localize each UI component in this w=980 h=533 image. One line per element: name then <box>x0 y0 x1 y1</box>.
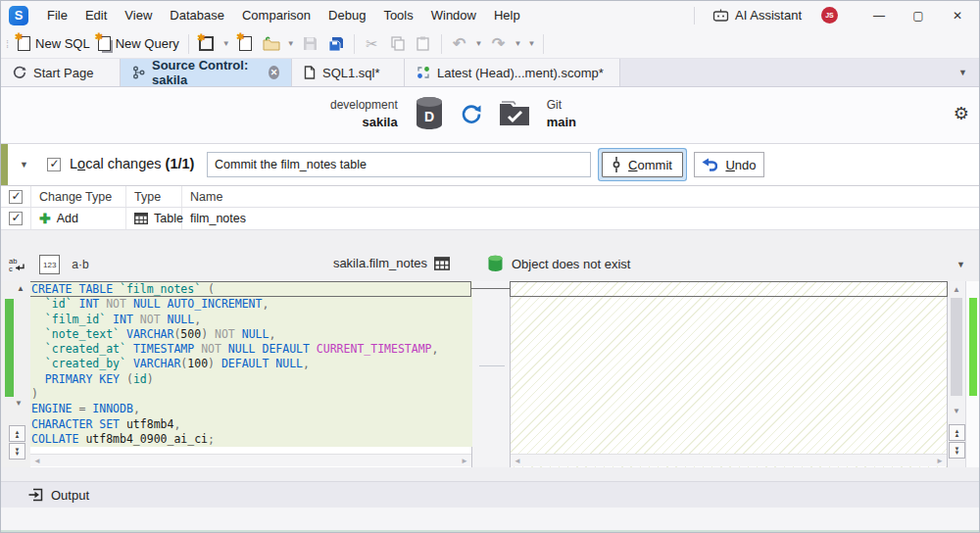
paste-icon <box>416 36 429 51</box>
menu-database[interactable]: Database <box>161 1 233 29</box>
toolbar-grip[interactable]: ⁞ <box>6 38 8 50</box>
menu-file[interactable]: File <box>38 1 76 29</box>
changes-count: (1/1) <box>166 156 195 171</box>
new-window-dropdown[interactable]: ▼ <box>220 39 233 48</box>
output-panel-tab[interactable]: Output <box>1 481 979 508</box>
environment-label: development <box>330 97 398 114</box>
open-file-dropdown[interactable]: ▼ <box>284 39 298 48</box>
save-all-icon <box>328 36 344 52</box>
new-document-button[interactable]: ✱ <box>234 32 258 56</box>
tab-start-page[interactable]: Start Page <box>1 59 121 86</box>
undo-changes-button[interactable]: Undo <box>694 152 764 177</box>
column-type[interactable]: Type <box>126 186 182 207</box>
commit-message-input[interactable] <box>207 152 591 177</box>
undo-button-toolbar[interactable]: ↶ <box>448 32 471 56</box>
output-label: Output <box>51 488 89 503</box>
new-window-button[interactable]: ✱ <box>195 32 219 56</box>
object-name-value: film_notes <box>182 208 979 229</box>
next-difference-button[interactable]: ▼▼ <box>9 443 25 460</box>
new-document-icon: ✱ <box>239 36 252 51</box>
redo-dropdown[interactable]: ▼ <box>512 39 525 48</box>
commit-button[interactable]: Commit <box>602 152 683 177</box>
tab-scomp[interactable]: Latest (Head)...ment).scomp* <box>405 59 620 86</box>
open-file-button[interactable] <box>260 32 283 56</box>
divider <box>543 34 544 54</box>
previous-difference-button[interactable]: ▲▲ <box>9 425 25 442</box>
splitter-handle[interactable] <box>479 365 505 366</box>
save-all-button[interactable] <box>324 32 348 56</box>
menu-view[interactable]: View <box>116 1 161 29</box>
redo-button-toolbar[interactable]: ↷ <box>487 32 511 56</box>
scroll-up-icon[interactable]: ▲ <box>953 285 960 294</box>
cut-button[interactable]: ✂ <box>361 32 384 56</box>
new-query-button[interactable]: ✱ New Query <box>95 32 182 56</box>
divider <box>354 34 355 54</box>
sql-code[interactable]: CREATE TABLE `film_notes` ( `id` INT NOT… <box>31 282 438 447</box>
diff-map[interactable] <box>966 281 980 467</box>
vertical-scrollbar[interactable]: ▲ ▼ ▲▲ ▼▼ <box>948 281 966 467</box>
minimize-button[interactable]: — <box>859 1 899 29</box>
new-sql-button[interactable]: ✱ New SQL <box>15 32 93 56</box>
source-editor[interactable]: ▲ ▼ CREATE TABLE `film_notes` ( `id` INT… <box>1 281 472 467</box>
robot-icon <box>712 9 729 22</box>
source-horizontal-scrollbar[interactable]: ◄► <box>30 454 471 466</box>
next-difference-button-right[interactable]: ▼▼ <box>949 442 965 459</box>
select-all-checkbox[interactable] <box>9 190 23 204</box>
scroll-right-icon[interactable]: ► <box>461 457 468 465</box>
maximize-button[interactable]: ▢ <box>899 1 938 29</box>
svg-text:c: c <box>9 265 13 272</box>
undo-dropdown[interactable]: ▼ <box>472 39 486 48</box>
word-wrap-icon[interactable]: abc <box>9 255 27 274</box>
scroll-left-icon[interactable]: ◄ <box>514 457 521 465</box>
fold-collapse-icon[interactable]: ▲ <box>17 284 24 293</box>
local-changes-checkbox[interactable] <box>47 158 61 171</box>
git-commit-icon <box>612 157 620 172</box>
menu-debug[interactable]: Debug <box>319 1 374 29</box>
previous-difference-button-right[interactable]: ▲▲ <box>949 424 965 441</box>
output-icon <box>28 488 43 502</box>
gear-icon[interactable]: ⚙ <box>954 105 969 122</box>
commit-button-label: Commit <box>628 158 672 172</box>
close-button[interactable]: ✕ <box>938 1 977 29</box>
menu-window[interactable]: Window <box>422 1 485 29</box>
diff-options-dropdown[interactable]: ▼ <box>956 260 965 269</box>
line-numbers-icon[interactable]: 123 <box>39 255 60 274</box>
menu-edit[interactable]: Edit <box>76 1 116 29</box>
scroll-left-icon[interactable]: ◄ <box>33 457 41 465</box>
commit-bar: ▼ Local changes (1/1) Commit Undo <box>1 144 979 186</box>
target-horizontal-scrollbar[interactable]: ◄► <box>511 454 947 466</box>
user-avatar[interactable]: JS <box>821 7 838 24</box>
copy-button[interactable] <box>386 32 410 56</box>
diff-toolbar: abc 123 a·b sakila.film_notes Object doe… <box>1 248 979 281</box>
menu-comparison[interactable]: Comparison <box>233 1 319 29</box>
scroll-right-icon[interactable]: ► <box>936 457 944 465</box>
save-icon <box>303 36 318 51</box>
menu-tools[interactable]: Tools <box>374 1 421 29</box>
tab-close-icon[interactable]: ✕ <box>269 66 279 79</box>
change-row-film-notes[interactable]: ✚Add Table film_notes <box>1 208 979 230</box>
whitespace-icon[interactable]: a·b <box>72 255 88 274</box>
refresh-icon[interactable] <box>461 103 482 124</box>
bottom-dock: Output <box>1 467 979 533</box>
scroll-down-icon[interactable]: ▼ <box>953 407 960 415</box>
section-dropdown-icon[interactable]: ▼ <box>20 160 28 170</box>
document-tab-bar: Start Page Source Control: sakila ✕ SQL1… <box>1 59 979 87</box>
section-accent-bar <box>1 144 8 185</box>
tab-list-dropdown[interactable]: ▼ <box>947 68 979 77</box>
spacer <box>1 508 979 530</box>
save-button[interactable] <box>299 32 322 56</box>
column-change-type[interactable]: Change Type <box>31 186 126 207</box>
connection-header: development sakila D Git main ⚙ <box>1 87 979 144</box>
start-page-icon <box>13 66 26 79</box>
scrollbar-thumb[interactable] <box>951 298 962 396</box>
paste-button[interactable] <box>412 32 435 56</box>
menu-help[interactable]: Help <box>485 1 529 29</box>
tab-sql1[interactable]: SQL1.sql* <box>292 59 405 86</box>
tab-label: Source Control: sakila <box>152 58 258 87</box>
row-checkbox[interactable] <box>9 212 23 225</box>
target-editor[interactable] <box>510 281 948 467</box>
column-name[interactable]: Name <box>182 186 979 207</box>
toolbar-overflow-dropdown[interactable]: ▼ <box>524 39 538 48</box>
ai-assistant-button[interactable]: AI Assistant <box>707 1 808 29</box>
tab-source-control[interactable]: Source Control: sakila ✕ <box>121 59 292 86</box>
